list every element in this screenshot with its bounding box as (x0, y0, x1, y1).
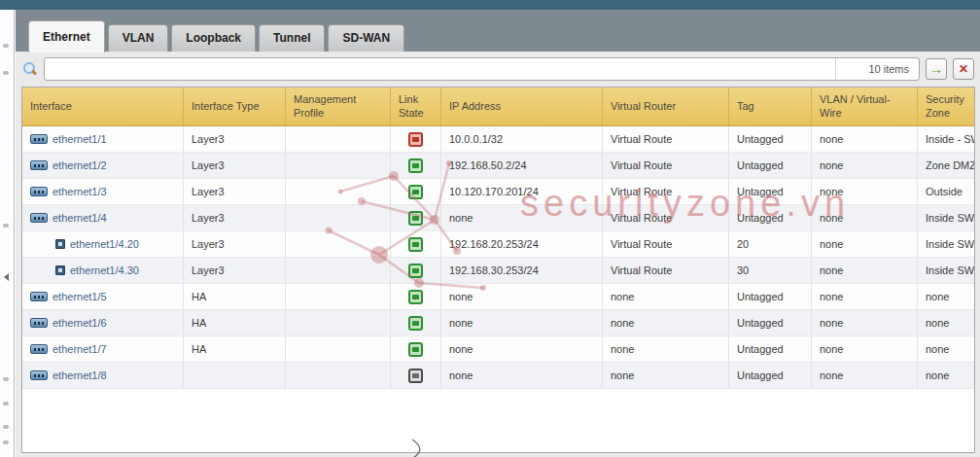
cell-vlan-virtual-wire: none (812, 205, 918, 230)
cell-tag: 20 (729, 231, 812, 257)
ethernet-panel: 10 items → ✕ InterfaceInterface TypeMana… (16, 52, 980, 457)
side-panel-dot (3, 425, 9, 429)
link-up-icon (408, 185, 423, 199)
subinterface-icon (55, 239, 65, 249)
tab-ethernet[interactable]: Ethernet (28, 20, 105, 53)
search-icon (22, 61, 38, 77)
cell-ip-address: 192.168.30.253/24 (441, 258, 603, 283)
table-row[interactable]: ethernet1/5HAnonenoneUntaggednonenone (22, 284, 974, 310)
side-panel-dot (3, 71, 9, 75)
table-row[interactable]: ethernet1/4.20Layer3192.168.20.253/24Vir… (22, 231, 974, 258)
column-header-management-profile[interactable]: Management Profile (286, 88, 391, 125)
cell-management-profile (286, 363, 391, 388)
collapsed-side-panel[interactable] (0, 10, 15, 457)
interface-link[interactable]: ethernet1/4.30 (70, 264, 139, 276)
interface-link[interactable]: ethernet1/1 (52, 133, 107, 145)
cell-tag: Untagged (729, 310, 812, 335)
interface-link[interactable]: ethernet1/2 (52, 159, 107, 171)
cell-tag: Untagged (729, 284, 812, 309)
cell-management-profile (286, 126, 391, 152)
cell-tag: Untagged (729, 336, 812, 362)
column-header-link-state[interactable]: Link State (391, 88, 441, 125)
column-header-security-zone[interactable]: Security Zone (918, 88, 974, 125)
ethernet-port-icon (30, 160, 48, 170)
column-header-ip-address[interactable]: IP Address (441, 88, 603, 125)
cell-ip-address: 192.168.20.253/24 (441, 231, 603, 257)
interfaces-table: InterfaceInterface TypeManagement Profil… (21, 87, 975, 453)
cell-link-state (391, 205, 441, 230)
apply-filter-button[interactable]: → (926, 58, 947, 80)
cell-tag: Untagged (729, 153, 812, 178)
table-row[interactable]: ethernet1/7HAnonenoneUntaggednonenone (22, 336, 974, 363)
cell-interface: ethernet1/2 (22, 153, 184, 178)
link-up-icon (408, 158, 423, 173)
table-row[interactable]: ethernet1/4.30Layer3192.168.30.253/24Vir… (22, 258, 974, 284)
cell-virtual-router: Virtual Route (603, 153, 729, 178)
table-row[interactable]: ethernet1/2Layer3192.168.50.2/24Virtual … (22, 153, 974, 179)
column-header-interface[interactable]: Interface (22, 88, 184, 125)
cell-security-zone: Outside (918, 179, 974, 204)
cell-link-state (391, 363, 441, 388)
interface-link[interactable]: ethernet1/4.20 (70, 238, 139, 250)
interface-link[interactable]: ethernet1/6 (52, 317, 107, 329)
ethernet-port-icon (30, 370, 48, 380)
cell-interface: ethernet1/4.30 (22, 258, 184, 283)
table-row[interactable]: ethernet1/3Layer310.120.170.201/24Virtua… (22, 179, 974, 205)
cell-interface-type: HA (184, 336, 286, 362)
cell-vlan-virtual-wire: none (812, 179, 918, 204)
tab-bar: EthernetVLANLoopbackTunnelSD-WAN (16, 10, 980, 52)
cell-link-state (391, 284, 441, 309)
collapse-panel-arrow-icon[interactable] (4, 273, 9, 281)
cell-link-state (391, 310, 441, 335)
cell-virtual-router: Virtual Route (603, 205, 729, 230)
cell-interface: ethernet1/8 (22, 363, 184, 388)
filter-input-wrap[interactable]: 10 items (44, 57, 920, 81)
cell-virtual-router: none (603, 336, 729, 362)
interface-link[interactable]: ethernet1/8 (52, 369, 107, 381)
column-header-virtual-router[interactable]: Virtual Router (603, 88, 729, 125)
cell-security-zone: Inside SW (918, 231, 974, 257)
table-row[interactable]: ethernet1/6HAnonenoneUntaggednonenone (22, 310, 974, 336)
tab-loopback[interactable]: Loopback (171, 24, 256, 52)
table-row[interactable]: ethernet1/1Layer310.0.0.1/32Virtual Rout… (22, 126, 974, 153)
cell-link-state (391, 179, 441, 204)
clear-filter-button[interactable]: ✕ (953, 58, 974, 80)
cell-vlan-virtual-wire: none (812, 153, 918, 178)
cell-interface-type: Layer3 (184, 179, 286, 204)
table-row[interactable]: ethernet1/4Layer3noneVirtual RouteUntagg… (22, 205, 974, 231)
cell-management-profile (286, 310, 391, 335)
column-header-interface-type[interactable]: Interface Type (184, 88, 286, 125)
link-up-icon (408, 264, 423, 278)
column-header-vlan-virtual-wire[interactable]: VLAN / Virtual-Wire (812, 88, 918, 125)
link-up-icon (408, 211, 423, 226)
cell-tag: 30 (729, 258, 812, 283)
tab-vlan[interactable]: VLAN (108, 24, 169, 52)
table-row[interactable]: ethernet1/8nonenoneUntaggednonenone (22, 363, 974, 389)
cell-interface: ethernet1/5 (22, 284, 184, 309)
cell-virtual-router: none (603, 310, 729, 335)
filter-input[interactable] (45, 58, 835, 80)
cell-security-zone: none (918, 310, 974, 335)
cell-ip-address: none (441, 336, 603, 362)
link-up-icon (408, 342, 423, 357)
cell-interface: ethernet1/7 (22, 336, 184, 362)
cell-ip-address: none (441, 205, 603, 230)
cell-interface-type: HA (184, 284, 286, 309)
side-panel-dot (3, 377, 9, 381)
interface-link[interactable]: ethernet1/7 (52, 343, 107, 355)
interface-link[interactable]: ethernet1/5 (52, 291, 107, 302)
cell-vlan-virtual-wire: none (812, 336, 918, 362)
ethernet-port-icon (30, 318, 48, 328)
cell-tag: Untagged (729, 205, 812, 230)
cell-virtual-router: Virtual Route (603, 126, 729, 152)
interface-link[interactable]: ethernet1/3 (52, 186, 107, 197)
cell-vlan-virtual-wire: none (812, 258, 918, 283)
cell-management-profile (286, 336, 391, 362)
cell-security-zone: Zone DMZ (918, 153, 974, 178)
tab-tunnel[interactable]: Tunnel (259, 24, 325, 52)
cell-interface-type: Layer3 (184, 153, 286, 178)
tab-sd-wan[interactable]: SD-WAN (328, 24, 404, 52)
interface-link[interactable]: ethernet1/4 (52, 212, 107, 224)
cell-interface-type: Layer3 (184, 205, 286, 230)
column-header-tag[interactable]: Tag (729, 88, 812, 125)
